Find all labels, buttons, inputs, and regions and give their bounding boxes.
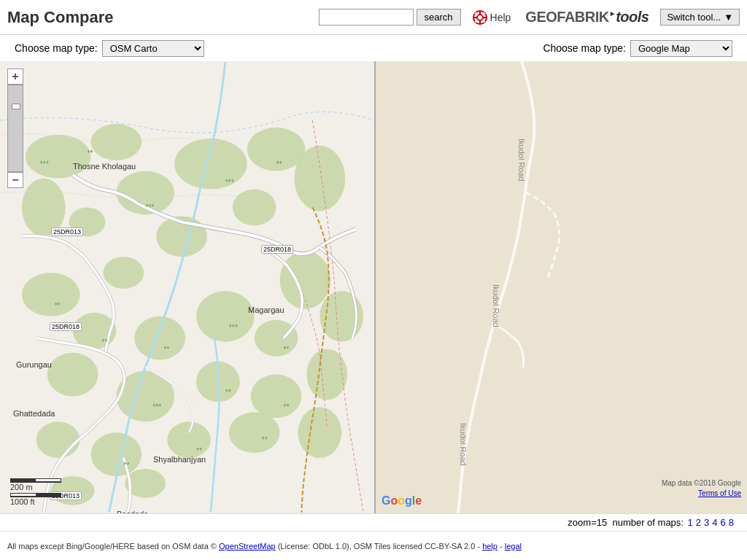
- svg-point-18: [22, 273, 80, 316]
- svg-rect-54: [376, 61, 747, 513]
- left-map-type-group: Choose map type: OSM Carto OSM DE OSM Fr…: [15, 40, 204, 57]
- svg-text:♦♦: ♦♦: [55, 300, 61, 307]
- help-icon: [473, 10, 487, 25]
- right-map-ikudol-road-3: Ikudol Road: [459, 423, 468, 466]
- footer-legal-link[interactable]: legal: [505, 542, 522, 551]
- road-badge-25dr018-2: 25DR018: [50, 322, 82, 331]
- svg-point-32: [167, 421, 211, 458]
- zoom-controls: + −: [7, 69, 23, 188]
- svg-text:♦♦: ♦♦: [101, 337, 107, 343]
- road-badge-25dr018-1: 25DR018: [261, 245, 293, 254]
- left-map-type-select[interactable]: OSM Carto OSM DE OSM France Humanitarian…: [102, 40, 204, 57]
- svg-text:♦♦: ♦♦: [225, 387, 231, 394]
- svg-point-29: [306, 349, 347, 400]
- maps-count-6[interactable]: 6: [721, 517, 726, 528]
- scale-200m-label: 200 m: [10, 483, 33, 491]
- place-shyalbhanjyan: Shyalbhanjyan: [153, 455, 206, 464]
- search-input[interactable]: [319, 9, 414, 26]
- footer-sep: -: [500, 542, 503, 551]
- svg-text:♦♦: ♦♦: [196, 446, 202, 452]
- svg-text:♦♦♦: ♦♦♦: [152, 402, 161, 408]
- svg-text:♦♦♦: ♦♦♦: [40, 159, 49, 166]
- terms-of-use: Terms of Use: [698, 489, 741, 497]
- svg-point-14: [294, 146, 345, 211]
- svg-point-22: [255, 320, 298, 357]
- svg-point-20: [134, 316, 185, 360]
- help-link[interactable]: Help: [473, 10, 511, 25]
- svg-point-33: [229, 412, 280, 453]
- left-map-type-label: Choose map type:: [15, 42, 98, 54]
- place-ghattedada: Ghattedada: [13, 409, 55, 418]
- svg-point-7: [26, 135, 91, 179]
- svg-point-1: [477, 15, 483, 20]
- svg-text:♦♦: ♦♦: [88, 148, 93, 155]
- svg-text:♦♦♦: ♦♦♦: [225, 177, 234, 184]
- place-thosne-kholagau: Thosne Kholagau: [73, 162, 136, 171]
- right-map-type-select[interactable]: OSM Carto OSM DE OSM France Humanitarian…: [630, 40, 732, 57]
- svg-text:♦♦: ♦♦: [123, 460, 129, 467]
- right-map-ikudol-road-1: Ikudol Road: [517, 139, 526, 182]
- right-map-type-label: Choose map type:: [543, 42, 626, 54]
- help-label: Help: [490, 12, 511, 23]
- svg-point-31: [91, 432, 142, 476]
- svg-point-30: [36, 421, 80, 458]
- status-bar: zoom=15 number of maps: 1 2 3 4 6 8: [0, 513, 747, 531]
- footer-osm-link[interactable]: OpenStreetMap: [219, 542, 276, 551]
- place-basdada: Basdada: [117, 510, 148, 513]
- svg-point-25: [47, 353, 98, 397]
- search-button[interactable]: search: [417, 9, 461, 26]
- road-badge-25dr013-1: 25DR013: [51, 228, 83, 236]
- map-data-credit: Map data ©2018 Google: [662, 479, 741, 487]
- left-map[interactable]: ♦♦♦ ♦♦ ♦♦♦ ♦♦♦ ♦♦ ♦♦ ♦♦ ♦♦ ♦♦♦ ♦♦ ♦♦♦ ♦♦…: [0, 61, 376, 513]
- right-map-ikudol-road-2: Ikudol Road: [492, 284, 500, 327]
- svg-point-28: [251, 375, 302, 419]
- right-map[interactable]: Ikudol Road Ikudol Road Ikudol Road Goog…: [376, 61, 747, 513]
- maps-count-1[interactable]: 1: [688, 517, 693, 528]
- dropdown-arrow-icon: ▼: [724, 12, 733, 23]
- terms-link[interactable]: Terms of Use: [698, 489, 741, 497]
- svg-point-34: [298, 407, 341, 458]
- svg-text:♦♦♦: ♦♦♦: [229, 322, 238, 329]
- scale-1000ft-label: 1000 ft: [10, 497, 35, 506]
- footer-license: (License: ODbL 1.0), OSM Tiles licensed …: [278, 542, 480, 551]
- svg-text:♦♦: ♦♦: [276, 159, 282, 166]
- maps-count-label: number of maps:: [612, 517, 684, 528]
- svg-text:♦♦: ♦♦: [283, 344, 289, 351]
- svg-text:♦♦: ♦♦: [163, 344, 169, 351]
- footer-text: All maps except Bing/Google/HERE based o…: [7, 542, 217, 551]
- svg-text:♦♦: ♦♦: [262, 435, 268, 441]
- maps-count-3[interactable]: 3: [704, 517, 709, 528]
- place-gurungau: Gurungau: [16, 360, 52, 369]
- zoom-slider[interactable]: [12, 104, 20, 109]
- zoom-in-button[interactable]: +: [7, 69, 23, 85]
- google-logo: Google: [382, 494, 422, 508]
- footer: All maps except Bing/Google/HERE based o…: [0, 531, 747, 560]
- app-title[interactable]: Map Compare: [7, 8, 113, 27]
- zoom-level: zoom=15: [568, 517, 607, 528]
- svg-text:♦♦: ♦♦: [283, 402, 289, 408]
- place-magargau: Magargau: [248, 306, 285, 314]
- right-map-svg: [376, 61, 747, 513]
- switch-tool-button[interactable]: Switch tool... ▼: [660, 9, 740, 26]
- svg-text:♦♦♦: ♦♦♦: [145, 202, 154, 209]
- left-map-svg: ♦♦♦ ♦♦ ♦♦♦ ♦♦♦ ♦♦ ♦♦ ♦♦ ♦♦ ♦♦♦ ♦♦ ♦♦♦ ♦♦…: [0, 61, 374, 513]
- zoom-out-button[interactable]: −: [7, 172, 23, 188]
- maps-count-4[interactable]: 4: [712, 517, 717, 528]
- maps-count-2[interactable]: 2: [696, 517, 701, 528]
- svg-point-17: [103, 257, 144, 289]
- footer-help-link[interactable]: help: [482, 542, 498, 551]
- right-map-type-group: Choose map type: OSM Carto OSM DE OSM Fr…: [543, 40, 732, 57]
- maps-count-8[interactable]: 8: [729, 517, 734, 528]
- brand-logo: GEOFABRIK►tools: [525, 9, 649, 26]
- svg-point-21: [196, 291, 255, 342]
- svg-point-15: [233, 190, 276, 226]
- scale-bar: 200 m 1000 ft: [10, 478, 61, 506]
